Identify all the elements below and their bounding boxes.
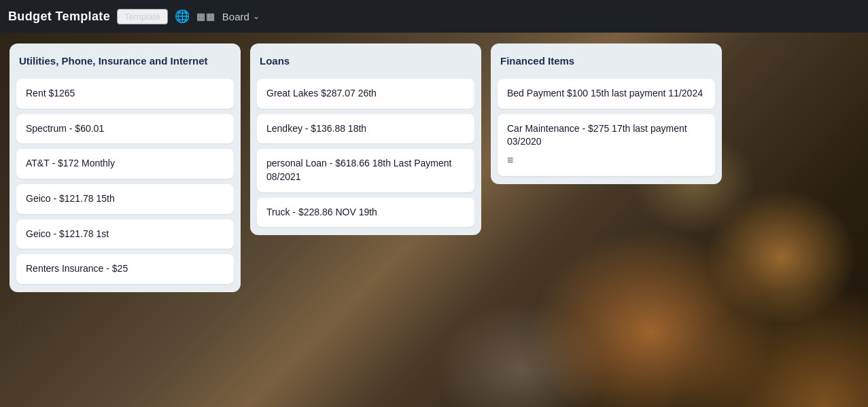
card-rent[interactable]: Rent $1265: [16, 79, 234, 109]
card-renters[interactable]: Renters Insurance - $25: [16, 254, 234, 284]
card-text-car-maintenance: Car Maintenance - $275 17th last payment…: [507, 123, 687, 147]
globe-icon[interactable]: 🌐: [175, 9, 190, 24]
card-text-geico1: Geico - $121.78 15th: [26, 193, 115, 204]
app-header: Budget Template Template 🌐 ▦▦ Board ⌄: [0, 0, 868, 33]
app-title: Budget Template: [8, 10, 110, 24]
board-view-button[interactable]: Board ⌄: [222, 11, 260, 22]
card-text-personal-loan: personal Loan - $618.66 18th Last Paymen…: [266, 158, 451, 182]
card-lendkey[interactable]: Lendkey - $136.88 18th: [257, 114, 474, 144]
column-title-utilities: Utilities, Phone, Insurance and Internet: [16, 52, 234, 73]
card-geico1[interactable]: Geico - $121.78 15th: [16, 184, 234, 214]
card-text-renters: Renters Insurance - $25: [26, 263, 128, 274]
card-car-maintenance[interactable]: Car Maintenance - $275 17th last payment…: [498, 114, 715, 177]
column-title-loans: Loans: [257, 52, 474, 73]
card-text-lendkey: Lendkey - $136.88 18th: [266, 123, 366, 134]
card-geico2[interactable]: Geico - $121.78 1st: [16, 219, 234, 249]
column-title-financed: Financed Items: [498, 52, 715, 73]
card-text-geico2: Geico - $121.78 1st: [26, 228, 109, 239]
column-utilities: Utilities, Phone, Insurance and Internet…: [10, 43, 241, 292]
card-text-spectrum: Spectrum - $60.01: [26, 123, 104, 134]
card-text-rent: Rent $1265: [26, 88, 75, 99]
template-badge-button[interactable]: Template: [117, 9, 168, 24]
board-label: Board: [222, 11, 249, 22]
card-text-great-lakes: Great Lakes $287.07 26th: [266, 88, 377, 99]
card-text-bed: Bed Payment $100 15th last payment 11/20…: [507, 88, 703, 99]
card-spectrum[interactable]: Spectrum - $60.01: [16, 114, 234, 144]
card-att[interactable]: AT&T - $172 Monthly: [16, 149, 234, 179]
board-area: Utilities, Phone, Insurance and Internet…: [0, 33, 868, 407]
column-financed: Financed ItemsBed Payment $100 15th last…: [491, 43, 722, 184]
bar-chart-icon[interactable]: ▦▦: [196, 11, 215, 22]
column-loans: LoansGreat Lakes $287.07 26thLendkey - $…: [250, 43, 481, 235]
menu-lines-icon: ≡: [507, 153, 706, 168]
card-great-lakes[interactable]: Great Lakes $287.07 26th: [257, 79, 474, 109]
card-text-truck: Truck - $228.86 NOV 19th: [266, 207, 377, 217]
card-personal-loan[interactable]: personal Loan - $618.66 18th Last Paymen…: [257, 149, 474, 192]
app-wrapper: Budget Template Template 🌐 ▦▦ Board ⌄ Ut…: [0, 0, 868, 407]
chevron-down-icon: ⌄: [253, 12, 260, 21]
card-truck[interactable]: Truck - $228.86 NOV 19th: [257, 198, 474, 228]
card-text-att: AT&T - $172 Monthly: [26, 158, 115, 169]
card-bed[interactable]: Bed Payment $100 15th last payment 11/20…: [498, 79, 715, 109]
